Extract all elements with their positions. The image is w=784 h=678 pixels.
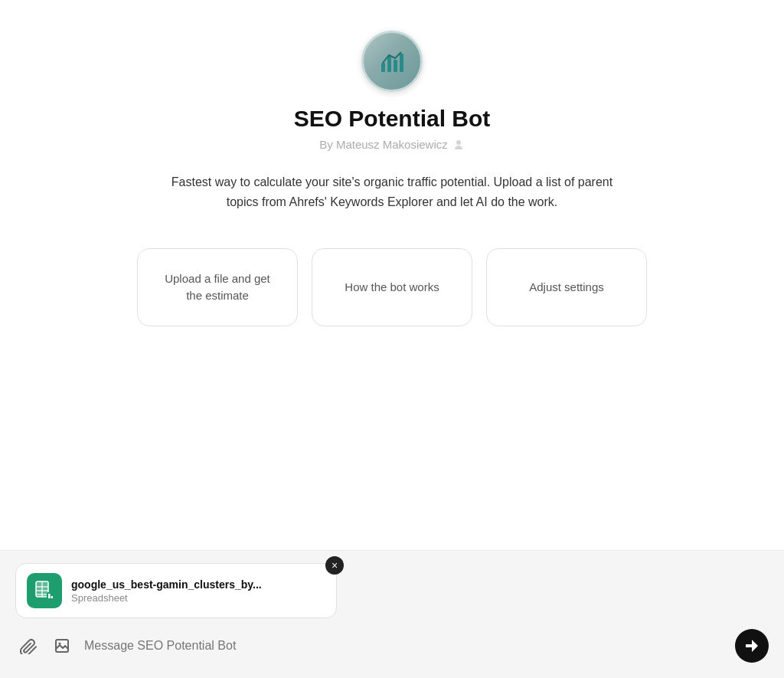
- action-card-settings[interactable]: Adjust settings: [486, 248, 647, 326]
- file-type: Spreadsheet: [71, 592, 262, 604]
- bottom-bar: google_us_best-gamin_clusters_by... Spre…: [0, 550, 784, 678]
- toolbar-icons: [15, 633, 75, 659]
- svg-rect-12: [51, 596, 54, 598]
- bot-author: By Mateusz Makosiewicz: [319, 138, 465, 151]
- action-cards: Upload a file and get the estimate How t…: [137, 248, 647, 326]
- image-icon: [54, 637, 70, 654]
- action-card-how-it-works[interactable]: How the bot works: [312, 248, 472, 326]
- remove-file-button[interactable]: ×: [325, 556, 344, 575]
- paperclip-icon: [20, 637, 37, 654]
- file-attachment: google_us_best-gamin_clusters_by... Spre…: [15, 563, 337, 618]
- action-card-upload[interactable]: Upload a file and get the estimate: [137, 248, 298, 326]
- svg-rect-2: [394, 60, 397, 72]
- file-info: google_us_best-gamin_clusters_by... Spre…: [71, 578, 262, 604]
- bot-avatar: [361, 31, 423, 92]
- send-button[interactable]: [735, 629, 769, 663]
- spreadsheet-icon: [27, 573, 62, 608]
- message-row: [15, 629, 769, 663]
- attach-file-button[interactable]: [15, 633, 41, 659]
- send-icon: [744, 638, 760, 653]
- svg-rect-13: [56, 640, 68, 652]
- message-input[interactable]: [84, 636, 726, 656]
- svg-rect-11: [48, 594, 51, 598]
- author-text: By Mateusz Makosiewicz: [319, 138, 448, 151]
- file-name: google_us_best-gamin_clusters_by...: [71, 578, 262, 591]
- page-title: SEO Potential Bot: [294, 106, 491, 132]
- bot-description: Fastest way to calculate your site's org…: [166, 172, 618, 211]
- svg-rect-3: [400, 54, 403, 72]
- svg-rect-0: [381, 63, 385, 72]
- person-icon: [452, 139, 465, 151]
- image-upload-button[interactable]: [49, 633, 75, 659]
- svg-rect-1: [387, 57, 391, 72]
